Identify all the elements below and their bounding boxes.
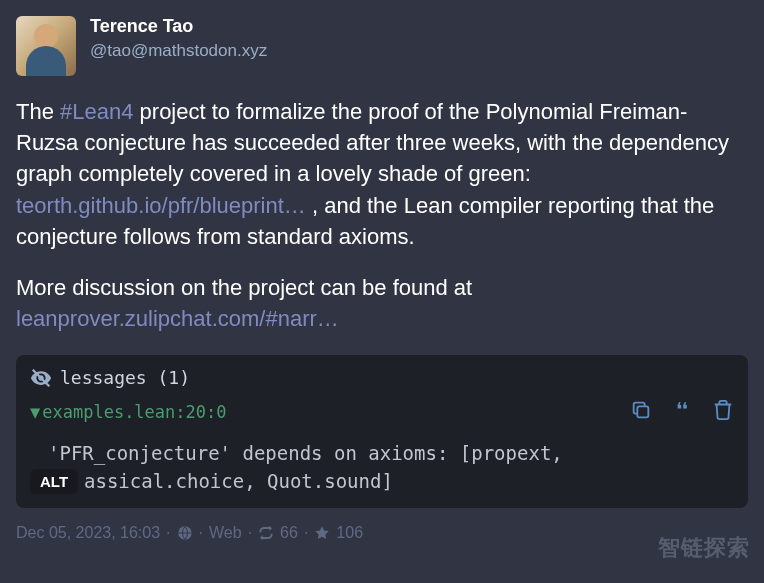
user-handle[interactable]: @tao@mathstodon.xyz: [90, 41, 267, 61]
watermark: 智链探索: [658, 533, 750, 563]
star-icon[interactable]: [314, 525, 330, 541]
post-content: The #Lean4 project to formalize the proo…: [16, 96, 748, 335]
file-path: ▼examples.lean:20:0: [30, 402, 226, 422]
timestamp[interactable]: Dec 05, 2023, 16:03: [16, 524, 160, 542]
quote-icon[interactable]: ❝: [674, 399, 690, 425]
copy-icon[interactable]: [630, 399, 652, 421]
client-name: Web: [209, 524, 242, 542]
globe-icon: [177, 525, 193, 541]
favorite-count: 106: [336, 524, 363, 542]
svg-rect-0: [638, 406, 649, 417]
link-blueprint[interactable]: teorth.github.io/pfr/blueprint…: [16, 193, 306, 218]
alt-badge[interactable]: ALT: [30, 469, 78, 494]
display-name[interactable]: Terence Tao: [90, 16, 267, 37]
link-zulip[interactable]: leanprover.zulipchat.com/#narr…: [16, 306, 339, 331]
hashtag-lean4[interactable]: #Lean4: [60, 99, 133, 124]
post-text: The: [16, 99, 60, 124]
trash-icon[interactable]: [712, 399, 734, 421]
post-meta: Dec 05, 2023, 16:03 · · Web · 66 · 106: [16, 524, 748, 542]
code-attachment: lessages (1) ▼examples.lean:20:0 ❝ 'PFR_…: [16, 355, 748, 508]
boost-icon[interactable]: [258, 525, 274, 541]
code-header-title: lessages (1): [60, 367, 190, 388]
post-text: More discussion on the project can be fo…: [16, 275, 472, 300]
eye-slash-icon: [30, 367, 52, 389]
code-text: 'PFR_conjecture' depends on axioms: [pro…: [30, 439, 734, 496]
avatar[interactable]: [16, 16, 76, 76]
boost-count: 66: [280, 524, 298, 542]
collapse-triangle-icon[interactable]: ▼: [30, 402, 40, 422]
